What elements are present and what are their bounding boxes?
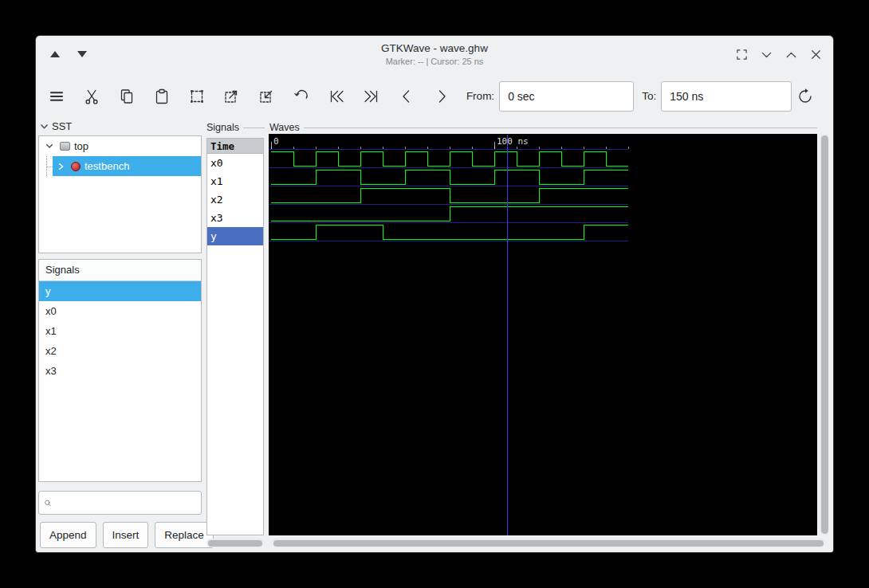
sst-header[interactable]: SST — [40, 120, 72, 132]
title-rule — [304, 127, 817, 128]
tree-item-testbench[interactable]: testbench — [39, 156, 201, 176]
gtkwave-window: GTKWave - wave.ghw Marker: -- | Cursor: … — [36, 36, 833, 552]
wave-vscrollbar[interactable] — [820, 134, 829, 535]
skip-to-start-icon — [328, 88, 345, 105]
chevron-down-icon — [759, 47, 774, 62]
zoom-undo-button[interactable] — [288, 83, 315, 110]
trace-name-row[interactable]: x0 — [207, 154, 263, 172]
scrollbar-handle[interactable] — [821, 135, 828, 534]
titlebar[interactable]: GTKWave - wave.ghw Marker: -- | Cursor: … — [36, 36, 833, 74]
wave-trace-x0 — [271, 152, 628, 167]
zoom-fit-button[interactable] — [183, 83, 210, 110]
search-icon — [44, 497, 52, 509]
wave-trace-x2 — [271, 189, 628, 203]
wave-canvas[interactable]: 0100 ns — [269, 134, 817, 535]
maximize-button[interactable] — [732, 45, 751, 64]
expander-right-icon[interactable] — [54, 163, 67, 171]
sst-signals-list: Signals y x0 x1 x2 x3 — [38, 259, 202, 482]
sst-label: SST — [52, 120, 72, 132]
trace-name-row[interactable]: x2 — [207, 190, 263, 209]
wave-trace-y — [271, 225, 628, 240]
close-button[interactable] — [806, 45, 825, 64]
signal-list-item[interactable]: x2 — [39, 341, 201, 361]
timeline-label: 100 ns — [497, 136, 529, 147]
signal-list-item[interactable]: y — [39, 281, 201, 301]
chevron-up-icon — [784, 47, 799, 62]
insert-button[interactable]: Insert — [103, 522, 149, 548]
time-header: Time — [207, 139, 263, 154]
window-title: GTKWave - wave.ghw — [36, 42, 833, 54]
close-icon — [808, 47, 824, 62]
wave-hscrollbar[interactable] — [272, 539, 825, 547]
maximize-icon — [734, 47, 749, 62]
to-input[interactable] — [661, 81, 792, 112]
pane-splitter[interactable] — [202, 118, 206, 552]
desktop-background: GTKWave - wave.ghw Marker: -- | Cursor: … — [0, 0, 869, 588]
signal-list-item[interactable]: x3 — [39, 361, 201, 381]
expander-down-icon[interactable] — [43, 143, 56, 149]
signal-list-item[interactable]: x1 — [39, 321, 201, 341]
copy-button[interactable] — [113, 83, 140, 110]
search-input[interactable] — [56, 492, 196, 514]
trace-name-row[interactable]: x3 — [207, 209, 263, 227]
hamburger-menu-icon — [48, 88, 65, 105]
toolbar: From: To: — [36, 74, 833, 118]
from-input[interactable] — [499, 81, 634, 112]
selected-tree-row[interactable]: testbench — [53, 156, 201, 176]
scrollbar-handle[interactable] — [208, 540, 262, 547]
waves-pane-title: Waves — [269, 122, 817, 133]
append-button[interactable]: Append — [40, 522, 96, 548]
signals-column-header[interactable]: Signals — [39, 260, 201, 281]
trace-names-panel: Time x0 x1 x2 x3 y — [206, 138, 264, 535]
marker-cursor-status: Marker: -- | Cursor: 25 ns — [36, 57, 833, 66]
undo-arrow-icon — [293, 88, 310, 105]
skip-to-end-icon — [363, 88, 380, 105]
chevron-right-icon — [433, 88, 450, 105]
wave-display-area[interactable]: 0100 ns — [269, 134, 817, 535]
reload-button[interactable] — [792, 83, 819, 110]
roll-down-button[interactable] — [757, 45, 776, 64]
step-left-button[interactable] — [393, 83, 420, 110]
sst-tree: top testbench — [38, 135, 202, 253]
reload-icon — [796, 88, 814, 105]
zoom-out-button[interactable] — [253, 83, 280, 110]
signal-list-item[interactable]: x0 — [39, 301, 201, 321]
scrollbar-handle[interactable] — [273, 540, 824, 547]
trace-name-row-selected[interactable]: y — [207, 227, 263, 245]
signal-search-box — [38, 491, 202, 515]
tree-item-top[interactable]: top — [39, 136, 201, 156]
names-pane-title: Signals — [206, 122, 265, 133]
names-hscrollbar[interactable] — [206, 539, 264, 547]
from-label: From: — [466, 90, 494, 102]
tree-item-label: top — [74, 140, 88, 152]
zoom-in-icon — [222, 88, 240, 105]
wave-trace-x1 — [271, 171, 628, 185]
copy-icon — [118, 88, 136, 105]
clipboard-paste-icon — [153, 88, 171, 105]
sst-buttons: Append Insert Replace — [40, 522, 214, 548]
step-right-button[interactable] — [428, 83, 455, 110]
title-rule — [243, 127, 265, 128]
go-start-button[interactable] — [323, 83, 350, 110]
to-label: To: — [642, 90, 656, 102]
chevron-left-icon — [398, 88, 415, 105]
zoom-fit-icon — [188, 88, 206, 105]
trace-name-row[interactable]: x1 — [207, 172, 263, 190]
tree-guide-line — [46, 156, 53, 176]
wave-trace-x3 — [271, 207, 628, 221]
zoom-out-icon — [258, 88, 275, 105]
menu-button[interactable] — [43, 83, 70, 110]
cut-button[interactable] — [78, 83, 105, 110]
main-area: SST top testbe — [36, 118, 833, 552]
collapse-chevron-icon — [40, 123, 49, 130]
component-icon — [71, 162, 81, 171]
roll-up-button[interactable] — [781, 45, 800, 64]
go-end-button[interactable] — [358, 83, 385, 110]
module-icon — [60, 142, 70, 151]
paste-button[interactable] — [148, 83, 175, 110]
tree-item-label: testbench — [85, 160, 129, 172]
scissors-icon — [83, 88, 100, 105]
zoom-in-button[interactable] — [218, 83, 246, 110]
timeline-label: 0 — [273, 136, 279, 147]
